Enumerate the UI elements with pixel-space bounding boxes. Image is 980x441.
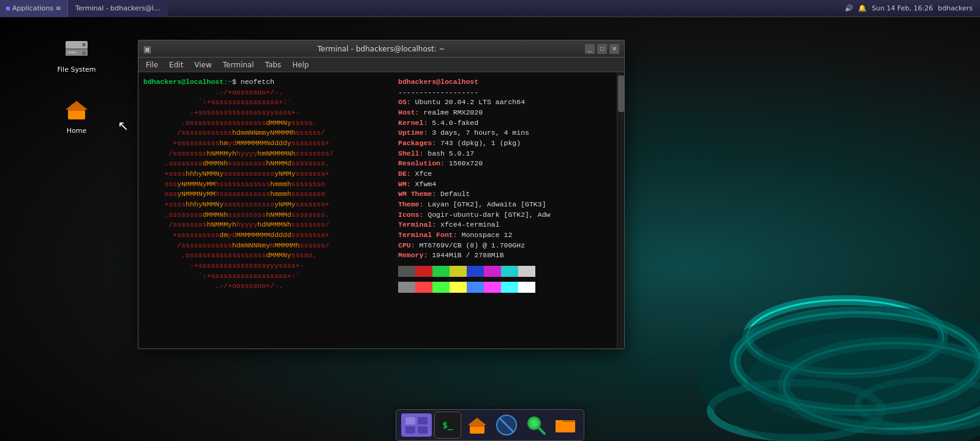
ascii-line-13: .ssssssssdMMMNhssssssssshNMMMdssssssss. (143, 210, 393, 221)
info-uptime: Uptime: 3 days, 7 hours, 4 mins (398, 128, 612, 138)
info-user-host: bdhackers@localhost (398, 77, 612, 88)
svg-rect-22 (418, 426, 428, 434)
filesystem-label: File System (58, 66, 96, 74)
maximize-button[interactable]: □ (597, 44, 607, 54)
menu-edit[interactable]: Edit (164, 59, 188, 70)
applications-menu-button[interactable]: Applications ≡ (0, 0, 68, 17)
swatch-7 (518, 266, 535, 277)
swatch-15 (518, 282, 535, 293)
ascii-line-4: .ossssssssssssssssssdMMMNysssso. (143, 118, 393, 129)
ascii-line-3: -+ssssssssssssssssyyssss+- (143, 108, 393, 118)
svg-point-14 (82, 43, 86, 47)
menu-terminal[interactable]: Terminal (218, 59, 259, 70)
menu-file[interactable]: File (141, 59, 163, 70)
terminal-window: ▣ Terminal - bdhackers@localhost: ~ _ □ … (138, 40, 625, 349)
audio-icon[interactable]: 🔊 (845, 4, 853, 12)
info-memory: Memory: 1944MiB / 2788MiB (398, 251, 612, 261)
taskbar-top: Applications ≡ Terminal - bdhackers@l...… (0, 0, 980, 17)
svg-rect-20 (418, 417, 428, 424)
svg-rect-16 (68, 51, 77, 53)
info-icons: Icons: Qogir-ubuntu-dark [GTK2], Adw (398, 210, 612, 221)
dock-terminal[interactable]: $_ (434, 412, 461, 439)
desktop-icon-filesystem[interactable]: File System (52, 34, 101, 74)
ascii-line-16: /sssssssssssshdmNNNNmyNMMMMMhssssss/ (143, 241, 393, 251)
ascii-line-12: +sssshhhyNMMNyssssssssssssyNMMysssssss+ (143, 200, 393, 210)
swatch-4 (467, 266, 484, 277)
ascii-line-17: .ossssssssssssssssssdMMMNysssso. (143, 251, 393, 261)
dock-search[interactable] (522, 412, 549, 439)
close-button[interactable]: ✕ (609, 44, 619, 54)
terminal-window-title: Terminal - bdhackers@localhost: ~ (317, 45, 445, 53)
info-shell: Shell: bash 5.0.17 (398, 149, 612, 159)
color-swatches-bright (398, 282, 612, 293)
swatch-3 (450, 266, 467, 277)
minimize-button[interactable]: _ (585, 44, 595, 54)
svg-point-31 (531, 420, 537, 426)
ascii-line-6: +sssssssssshmydMMMMMMMNddddyssssssss+ (143, 138, 393, 149)
swatch-9 (415, 282, 432, 293)
ascii-line-18: -+ssssssssssssssssyyyssss+- (143, 261, 393, 271)
username-display: bdhackers (938, 4, 973, 12)
info-terminal: Terminal: xfce4-terminal (398, 220, 612, 230)
notification-icon[interactable]: 🔔 (858, 4, 867, 12)
ascii-line-9: +sssshhhyNMMNyssssssssssssyNMMysssssss+ (143, 169, 393, 179)
filesystem-icon (62, 34, 91, 63)
datetime-display: Sun 14 Feb, 16:26 (872, 4, 933, 12)
terminal-right-panel: bdhackers@localhost ------------------- … (396, 72, 617, 349)
info-wm-theme: WM Theme: Default (398, 189, 612, 200)
window-controls: _ □ ✕ (585, 44, 619, 54)
swatch-12 (467, 282, 484, 293)
dock-workspace-switcher[interactable] (401, 413, 432, 437)
active-window-title: Terminal - bdhackers@l... (68, 0, 168, 17)
info-kernel: Kernel: 5.4.0-faked (398, 118, 612, 129)
taskbar-top-left: Applications ≡ Terminal - bdhackers@l... (0, 0, 168, 17)
info-wm: WM: Xfwm4 (398, 179, 612, 190)
menu-help[interactable]: Help (287, 59, 314, 70)
info-terminal-font: Terminal Font: Monospace 12 (398, 230, 612, 241)
svg-line-30 (539, 428, 545, 434)
swatch-1 (415, 266, 432, 277)
dock: $_ (396, 409, 584, 441)
applications-label: Applications ≡ (12, 4, 61, 12)
terminal-menubar: File Edit View Terminal Tabs Help (138, 58, 624, 72)
home-folder-icon (62, 95, 91, 124)
info-resolution: Resolution: 1560x720 (398, 159, 612, 169)
ascii-line-14: /sssssssshNMMMyhhyyyyhdNMMMNhssssssss/ (143, 220, 393, 230)
ascii-line-20: .-/+oossssoo+/-. (143, 281, 393, 292)
color-swatches (398, 266, 612, 277)
swatch-0 (398, 266, 415, 277)
ascii-line-5: /sssssssssssshdmmNNmmyNMMMMhssssss/ (143, 128, 393, 138)
swatch-2 (432, 266, 450, 277)
dock-home-folder[interactable] (464, 412, 491, 439)
svg-rect-24 (470, 424, 484, 427)
swatch-13 (484, 282, 501, 293)
prompt-line: bdhackers@localhost:~$ neofetch (143, 77, 393, 88)
swatch-6 (501, 266, 518, 277)
home-label: Home (67, 127, 86, 135)
window-title-text: Terminal - bdhackers@l... (75, 4, 160, 12)
terminal-content: bdhackers@localhost:~$ neofetch .-/+ooss… (138, 72, 624, 349)
menu-view[interactable]: View (189, 59, 216, 70)
terminal-window-icon: ▣ (143, 44, 151, 54)
info-de: DE: Xfce (398, 169, 612, 179)
ascii-line-10: ossyNMMMNyMMhsssssssssssshmmmhssssssso (143, 179, 393, 190)
info-separator: ------------------- (398, 88, 612, 98)
terminal-scrollbar[interactable] (617, 72, 624, 349)
ascii-line-19: `:+ssssssssssssssssss+:` (143, 271, 393, 282)
menu-tabs[interactable]: Tabs (260, 59, 287, 70)
info-theme: Theme: Layan [GTK2], Adwaita [GTK3] (398, 200, 612, 210)
swatch-14 (501, 282, 518, 293)
terminal-dock-icon: $_ (443, 420, 453, 430)
desktop-icon-home[interactable]: Home (52, 95, 101, 135)
terminal-titlebar: ▣ Terminal - bdhackers@localhost: ~ _ □ … (138, 40, 624, 58)
scrollbar-thumb[interactable] (618, 75, 624, 112)
swatch-11 (450, 282, 467, 293)
ascii-line-8: .ssssssssdMMMNhssssssssshNMMMdssssssss. (143, 159, 393, 169)
dock-settings[interactable] (493, 412, 520, 439)
dock-files[interactable] (552, 412, 579, 439)
terminal-left-panel: bdhackers@localhost:~$ neofetch .-/+ooss… (138, 72, 396, 349)
svg-rect-13 (66, 48, 88, 50)
svg-rect-21 (405, 426, 415, 434)
svg-point-15 (82, 51, 86, 55)
info-packages: Packages: 743 (dpkg), 1 (pkg) (398, 138, 612, 149)
